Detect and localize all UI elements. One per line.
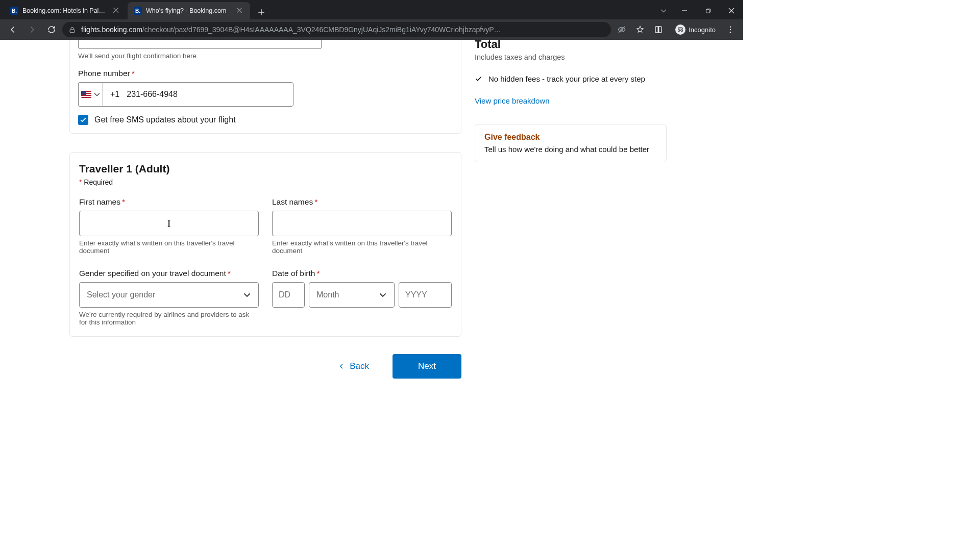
dob-month-select[interactable]: Month	[309, 282, 395, 308]
svg-point-8	[730, 29, 731, 30]
svg-rect-4	[658, 27, 659, 33]
page-content: We'll send your flight confirmation here…	[0, 40, 743, 416]
tab-bar: B. Booking.com: Hotels in Palm Sp B. Who…	[0, 0, 743, 19]
first-names-label: First names*	[79, 197, 259, 207]
favicon-icon: B.	[134, 7, 142, 15]
minimize-icon[interactable]	[673, 2, 696, 19]
last-names-hint: Enter exactly what's written on this tra…	[272, 239, 452, 255]
back-button[interactable]: Back	[330, 355, 377, 378]
svg-point-5	[678, 30, 680, 32]
menu-icon[interactable]	[722, 22, 739, 37]
close-icon[interactable]	[112, 7, 120, 15]
tab-title: Who's flying? - Booking.com	[146, 7, 234, 14]
text-cursor-icon: I	[167, 218, 171, 230]
url-path: /checkout/pax/d7699_3904B@H4sIAAAAAAAA_3…	[142, 26, 501, 34]
first-names-input[interactable]: I	[79, 211, 259, 236]
svg-rect-0	[706, 9, 709, 12]
dob-day-input[interactable]	[272, 282, 305, 308]
last-names-input[interactable]	[272, 211, 452, 236]
country-code: +1	[110, 90, 119, 99]
check-icon	[475, 75, 482, 83]
feedback-card[interactable]: Give feedback Tell us how we're doing an…	[475, 124, 667, 162]
forward-icon[interactable]	[23, 22, 41, 37]
incognito-badge[interactable]: Incognito	[670, 22, 721, 37]
incognito-icon	[675, 24, 685, 35]
svg-point-9	[730, 32, 731, 33]
chevron-down-icon	[93, 91, 101, 98]
sms-checkbox[interactable]	[78, 115, 88, 125]
gender-hint: We're currently required by airlines and…	[79, 311, 259, 326]
svg-point-6	[681, 30, 683, 32]
address-bar: flights.booking.com/checkout/pax/d7699_3…	[0, 19, 743, 40]
close-icon[interactable]	[236, 7, 244, 15]
lock-icon	[68, 26, 76, 34]
phone-input[interactable]	[127, 90, 286, 99]
incognito-label: Incognito	[689, 26, 716, 34]
bookmark-icon[interactable]	[631, 22, 649, 37]
favicon-icon: B.	[10, 7, 18, 15]
reload-icon[interactable]	[43, 22, 60, 37]
view-price-breakdown-link[interactable]: View price breakdown	[475, 96, 549, 105]
flag-us-icon	[81, 91, 91, 98]
traveller-card: Traveller 1 (Adult) * Required First nam…	[69, 152, 461, 337]
next-button[interactable]: Next	[393, 354, 461, 379]
contact-card: We'll send your flight confirmation here…	[69, 40, 461, 134]
dob-year-input[interactable]	[399, 282, 452, 308]
back-icon[interactable]	[4, 22, 21, 37]
chevron-left-icon	[338, 363, 345, 369]
tab-search-icon[interactable]	[654, 2, 673, 19]
chevron-down-icon	[379, 291, 387, 299]
total-row: Total	[475, 40, 667, 51]
form-nav: Back Next	[69, 354, 461, 379]
feedback-title: Give feedback	[484, 133, 657, 142]
window-controls	[654, 2, 743, 19]
required-note: * Required	[79, 178, 452, 186]
total-label: Total	[475, 40, 501, 51]
tab-flights[interactable]: B. Who's flying? - Booking.com	[128, 2, 250, 19]
traveller-title: Traveller 1 (Adult)	[79, 163, 452, 175]
last-names-label: Last names*	[272, 197, 452, 207]
total-sub: Includes taxes and charges	[475, 53, 667, 61]
gender-label: Gender specified on your travel document…	[79, 269, 259, 278]
phone-label: Phone number*	[78, 69, 453, 78]
maximize-icon[interactable]	[696, 2, 720, 19]
svg-point-7	[730, 27, 731, 28]
url-input[interactable]: flights.booking.com/checkout/pax/d7699_3…	[62, 22, 611, 37]
email-hint: We'll send your flight confirmation here	[78, 52, 453, 60]
reader-icon[interactable]	[650, 22, 667, 37]
new-tab-button[interactable]	[254, 5, 268, 19]
tab-title: Booking.com: Hotels in Palm Sp	[22, 7, 110, 14]
url-domain: flights.booking.com	[81, 26, 142, 34]
email-field[interactable]	[78, 40, 322, 49]
dob-label: Date of birth*	[272, 269, 452, 278]
browser-chrome: B. Booking.com: Hotels in Palm Sp B. Who…	[0, 0, 743, 40]
window-close-icon[interactable]	[720, 2, 743, 19]
svg-rect-1	[70, 29, 75, 32]
gender-select[interactable]: Select your gender	[79, 282, 259, 308]
check-icon	[80, 116, 87, 123]
chevron-down-icon	[243, 291, 251, 299]
first-names-hint: Enter exactly what's written on this tra…	[79, 239, 259, 255]
feedback-sub: Tell us how we're doing and what could b…	[484, 145, 657, 154]
tab-hotels[interactable]: B. Booking.com: Hotels in Palm Sp	[4, 2, 127, 19]
eye-off-icon[interactable]	[613, 22, 630, 37]
sms-label: Get free SMS updates about your flight	[94, 115, 236, 124]
phone-field-wrap[interactable]: +1	[103, 82, 293, 107]
no-hidden-fees: No hidden fees - track your price at eve…	[475, 74, 667, 83]
country-code-select[interactable]	[78, 82, 103, 107]
